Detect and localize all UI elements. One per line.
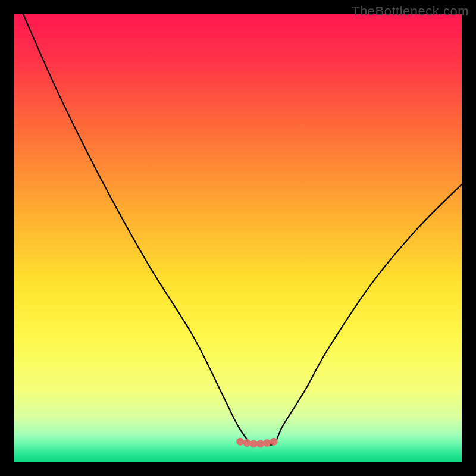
trough-dot (243, 439, 251, 447)
chart-area (14, 14, 462, 462)
trough-dot (256, 440, 264, 447)
trough-dot (250, 440, 258, 447)
trough-dot (270, 438, 278, 446)
trough-dot (236, 438, 244, 446)
trough-dot (263, 439, 271, 447)
bottleneck-curve (14, 14, 462, 462)
watermark-text: TheBottleneck.com (352, 4, 469, 19)
